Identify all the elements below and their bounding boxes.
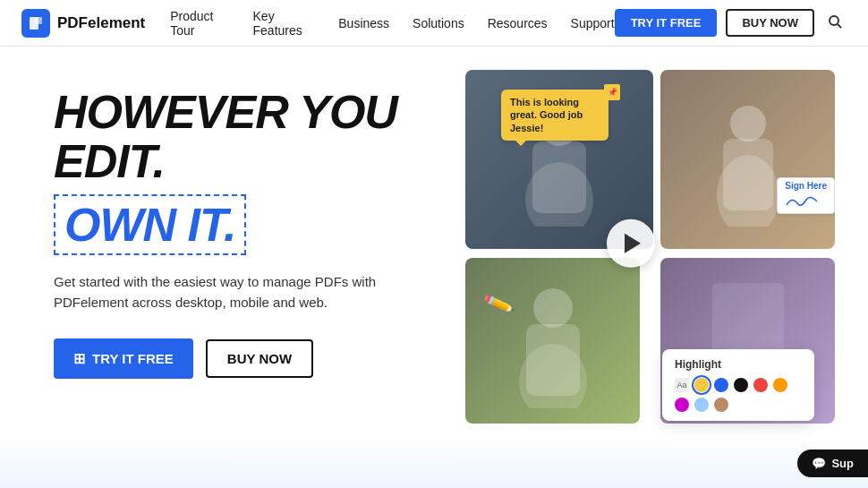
color-dot-yellow[interactable] [694, 378, 709, 392]
nav-solutions[interactable]: Solutions [413, 16, 464, 30]
play-triangle-icon [625, 234, 641, 253]
svg-point-10 [533, 288, 573, 328]
hero-image-collage: This is looking great. Good job Jessie! … [447, 70, 814, 446]
photo-woman-yellow: ✏️ [465, 258, 640, 424]
hero-subtext: Get started with the easiest way to mana… [54, 271, 394, 313]
headline-line1: HOWEVER YOU [54, 88, 447, 137]
color-dot-orange[interactable] [773, 378, 787, 392]
support-icon: 💬 [812, 457, 826, 470]
woman-yellow-silhouette [465, 258, 640, 424]
hero-buy-now-button[interactable]: BUY NOW [206, 339, 313, 378]
navigation: PDFelement Product Tour Key Features Bus… [0, 0, 868, 47]
highlight-title: Highlight [675, 358, 802, 371]
nav-resources[interactable]: Resources [488, 16, 548, 30]
hero-buttons: ⊞ TRY IT FREE BUY NOW [54, 338, 447, 379]
svg-rect-9 [723, 139, 773, 210]
color-dot-black[interactable] [734, 378, 748, 392]
search-icon [827, 13, 843, 30]
svg-point-2 [830, 16, 838, 25]
play-button[interactable] [607, 219, 655, 268]
color-dot-purple[interactable] [675, 398, 689, 412]
nav-support[interactable]: Support [571, 16, 615, 30]
sign-here-label: Sign Here [777, 177, 835, 214]
hero-left: HOWEVER YOU EDIT. OWN IT. Get started wi… [54, 79, 447, 379]
highlight-colors: Aa [675, 378, 802, 412]
woman-blue-silhouette [660, 70, 835, 249]
logo-icon [21, 9, 50, 38]
tooltip-bubble: This is looking great. Good job Jessie! [501, 90, 608, 141]
sticky-note-icon: 📌 [604, 84, 620, 100]
support-label: Sup [831, 457, 854, 470]
nav-try-free-button[interactable]: TRY IT FREE [615, 9, 718, 37]
svg-rect-1 [35, 17, 42, 24]
svg-rect-12 [526, 324, 580, 396]
svg-rect-6 [532, 141, 586, 213]
nav-product-tour[interactable]: Product Tour [170, 9, 229, 38]
svg-point-7 [730, 106, 766, 141]
headline-highlight: OWN IT. [54, 194, 246, 255]
highlight-panel: Highlight Aa [662, 349, 814, 421]
color-dot-blue[interactable] [714, 378, 728, 392]
color-dot-red[interactable] [753, 378, 768, 392]
hero-try-free-button[interactable]: ⊞ TRY IT FREE [54, 338, 193, 379]
nav-buy-now-button[interactable]: BUY NOW [726, 9, 814, 37]
headline-line2: EDIT. [54, 137, 447, 186]
photo-woman-blue: Sign Here [660, 70, 835, 249]
color-dot-lightblue[interactable] [694, 398, 709, 412]
nav-actions: TRY IT FREE BUY NOW [615, 9, 847, 37]
color-dot-brown[interactable] [714, 398, 728, 412]
support-bubble[interactable]: 💬 Sup [797, 449, 868, 477]
hero-section: HOWEVER YOU EDIT. OWN IT. Get started wi… [0, 47, 868, 488]
highlight-tool-icon[interactable]: Aa [675, 378, 689, 392]
logo[interactable]: PDFelement [21, 9, 145, 38]
hero-headline: HOWEVER YOU EDIT. [54, 88, 447, 185]
logo-text: PDFelement [57, 14, 145, 32]
nav-business[interactable]: Business [338, 16, 389, 30]
nav-key-features[interactable]: Key Features [253, 9, 316, 38]
windows-icon: ⊞ [73, 350, 85, 367]
search-button[interactable] [823, 10, 847, 36]
nav-links: Product Tour Key Features Business Solut… [170, 9, 614, 38]
svg-line-3 [838, 24, 841, 28]
